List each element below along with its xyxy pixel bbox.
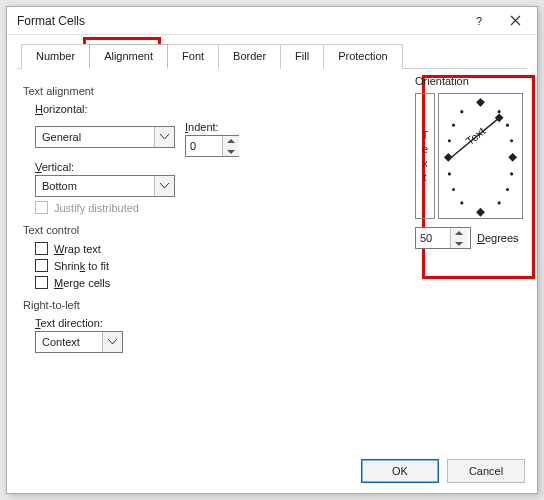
dialog-body: Number Alignment Font Border Fill Protec…: [7, 35, 537, 493]
rtl-group: Right-to-left: [23, 299, 521, 311]
svg-point-11: [448, 172, 451, 175]
svg-point-12: [506, 188, 509, 191]
indent-block: Indent:: [185, 117, 239, 157]
chevron-down-icon: [102, 332, 122, 352]
degrees-stepper[interactable]: [415, 227, 471, 249]
merge-cells-label: Merge cells: [54, 277, 110, 289]
checkbox-box: [35, 259, 48, 272]
titlebar: Format Cells ?: [7, 7, 537, 35]
svg-point-14: [460, 201, 463, 204]
tabstrip: Number Alignment Font Border Fill Protec…: [21, 43, 527, 68]
svg-point-5: [498, 110, 501, 113]
orientation-label: Orientation: [415, 75, 523, 87]
svg-point-4: [460, 110, 463, 113]
orientation-vertical-button[interactable]: Text: [415, 93, 435, 219]
orientation-dial-graphic: Text: [439, 94, 522, 223]
text-direction-select[interactable]: Context: [35, 331, 123, 353]
chevron-down-icon: [154, 127, 174, 147]
svg-point-15: [498, 201, 501, 204]
horizontal-value: General: [36, 131, 154, 143]
svg-point-8: [510, 139, 513, 142]
tab-font[interactable]: Font: [167, 44, 219, 69]
svg-point-6: [506, 124, 509, 127]
checkbox-box: [35, 242, 48, 255]
vertical-select[interactable]: Bottom: [35, 175, 175, 197]
help-icon: ?: [476, 15, 482, 27]
orientation-dial[interactable]: Text: [438, 93, 523, 219]
tab-fill[interactable]: Fill: [280, 44, 324, 69]
tab-protection[interactable]: Protection: [323, 44, 403, 69]
degrees-input[interactable]: [416, 228, 450, 248]
chevron-down-icon: [154, 176, 174, 196]
help-button[interactable]: ?: [461, 9, 497, 33]
text-direction-value: Context: [36, 336, 102, 348]
wrap-text-label: Wrap text: [54, 243, 101, 255]
stepper-down-icon[interactable]: [223, 146, 239, 156]
checkbox-box: [35, 201, 48, 214]
indent-input[interactable]: [186, 136, 222, 156]
svg-rect-1: [508, 153, 517, 162]
degrees-label: Degrees: [477, 232, 519, 244]
button-bar: OK Cancel: [7, 449, 537, 493]
dialog-title: Format Cells: [17, 14, 461, 28]
svg-point-16: [479, 103, 482, 106]
close-button[interactable]: [497, 9, 533, 33]
orientation-group: Orientation Text: [415, 75, 523, 249]
svg-point-10: [510, 172, 513, 175]
alignment-panel: Text alignment Horizontal: General Inden…: [17, 68, 527, 449]
ok-button[interactable]: OK: [361, 459, 439, 483]
cancel-button[interactable]: Cancel: [447, 459, 525, 483]
horizontal-select[interactable]: General: [35, 126, 175, 148]
svg-point-7: [452, 124, 455, 127]
shrink-to-fit-checkbox[interactable]: Shrink to fit: [35, 259, 521, 272]
orientation-box: Text: [415, 93, 523, 219]
stepper-up-icon[interactable]: [451, 228, 467, 238]
stepper-down-icon[interactable]: [451, 238, 467, 248]
shrink-to-fit-label: Shrink to fit: [54, 260, 109, 272]
svg-rect-0: [444, 153, 453, 162]
svg-point-9: [448, 139, 451, 142]
orientation-dial-text: Text: [464, 124, 488, 147]
checkbox-box: [35, 276, 48, 289]
orientation-degrees-row: Degrees: [415, 227, 523, 249]
tab-number[interactable]: Number: [21, 44, 90, 69]
close-icon: [510, 15, 521, 26]
merge-cells-checkbox[interactable]: Merge cells: [35, 276, 521, 289]
tab-border[interactable]: Border: [218, 44, 281, 69]
indent-label: Indent:: [185, 121, 239, 133]
indent-stepper[interactable]: [185, 135, 239, 157]
vertical-value: Bottom: [36, 180, 154, 192]
stepper-up-icon[interactable]: [223, 136, 239, 146]
format-cells-dialog: Format Cells ? Number Alignment Font Bor…: [6, 6, 538, 494]
svg-point-17: [479, 209, 482, 212]
justify-distributed-label: Justify distributed: [54, 202, 139, 214]
tab-alignment[interactable]: Alignment: [89, 44, 168, 69]
text-direction-label: Text direction:: [35, 317, 521, 329]
svg-point-13: [452, 188, 455, 191]
